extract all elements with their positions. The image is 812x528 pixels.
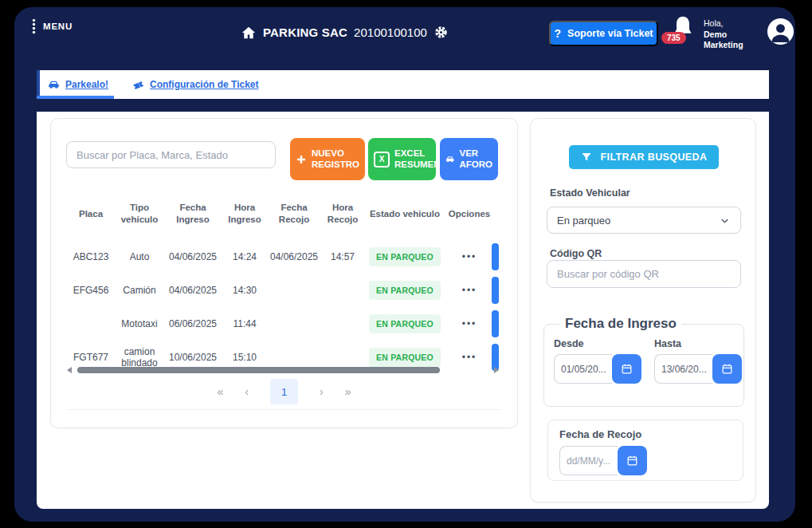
pagination-page-1[interactable]: 1 [270, 379, 298, 404]
estado-vehicular-value: En parqueo [557, 215, 610, 227]
fecha-recojo-group: Fecha de Recojo [547, 420, 743, 481]
greeting-line: Hola, [704, 18, 743, 30]
filtrar-busqueda-button[interactable]: FILTRAR BUSQUEDA [569, 145, 719, 169]
table-row: EFG456 Camión 04/06/2025 14:30 EN PARQUE… [51, 274, 517, 307]
cell-hora-ingreso: 14:24 [222, 251, 268, 262]
scroll-right-arrow-icon[interactable] [494, 367, 499, 373]
nuevo-registro-button[interactable]: NUEVO REGISTRO [290, 138, 365, 180]
table-body: ABC123 Auto 04/06/2025 14:24 04/06/2025 … [51, 240, 517, 374]
calendar-icon [626, 455, 638, 467]
user-name-line1: Demo [704, 30, 743, 41]
app-window: MENU PARKING SAC 20100100100 ? Soporte v… [14, 7, 795, 522]
table-footer-divider [67, 409, 501, 410]
ticket-icon [132, 80, 144, 90]
pagination-prev-button[interactable]: ‹ [245, 385, 249, 398]
cell-tipo: camion blindado [115, 346, 164, 368]
desde-date-input[interactable] [554, 354, 612, 384]
table-header: Placa Tipo vehiculo Fecha Ingreso Hora I… [51, 202, 517, 226]
notifications-button[interactable]: 735 [671, 15, 708, 52]
user-name-line2: Marketing [704, 40, 743, 51]
excel-icon: X [374, 152, 390, 167]
support-ticket-label: Soporte vía Ticket [567, 28, 653, 39]
search-input[interactable] [66, 141, 276, 168]
brand-name: PARKING SAC [263, 26, 347, 39]
cell-placa: ABC123 [67, 251, 115, 262]
col-fecha-recojo: Fecha Recojo [268, 202, 320, 226]
support-ticket-button[interactable]: ? Soporte vía Ticket [549, 21, 658, 46]
filter-panel: FILTRAR BUSQUEDA Estado Vehicular En par… [530, 118, 756, 502]
row-options-button[interactable]: ••• [445, 352, 494, 363]
gear-icon[interactable] [433, 25, 449, 40]
row-action-bar[interactable] [492, 310, 499, 337]
col-placa: Placa [67, 208, 115, 220]
plus-icon [296, 151, 307, 168]
col-hora-recojo: Hora Recojo [320, 202, 365, 226]
cell-hora-ingreso: 11:44 [222, 318, 268, 329]
notification-count-badge: 735 [661, 32, 686, 44]
status-badge: EN PARQUEO [369, 281, 441, 300]
cell-hora-recojo: 14:57 [320, 251, 365, 262]
horizontal-scrollbar [67, 366, 499, 374]
menu-label: MENU [43, 22, 73, 31]
fecha-ingreso-legend: Fecha de Ingreso [560, 316, 681, 332]
scroll-left-arrow-icon[interactable] [67, 367, 72, 373]
pagination-next-button[interactable]: › [320, 385, 324, 398]
row-options-button[interactable]: ••• [445, 318, 494, 329]
recojo-calendar-button[interactable] [618, 446, 647, 475]
desde-label: Desde [554, 338, 641, 349]
codigo-qr-label: Código QR [550, 248, 602, 259]
excel-resumen-button[interactable]: X EXCEL RESUMEN [368, 138, 436, 180]
tab-parkealo-label: Parkealo! [65, 79, 108, 90]
col-fecha-ingreso: Fecha Ingreso [164, 202, 222, 226]
ver-aforo-line1: VER [459, 148, 478, 158]
filter-funnel-icon [581, 152, 592, 163]
recojo-date-input[interactable] [559, 446, 618, 475]
nuevo-registro-line1: NUEVO [312, 148, 344, 158]
desde-calendar-button[interactable] [612, 354, 641, 384]
hasta-date-input[interactable] [654, 354, 712, 384]
cell-fecha-recojo: 04/06/2025 [268, 251, 320, 262]
col-estado-vehiculo: Estado vehiculo [365, 208, 445, 220]
car-icon [445, 154, 454, 164]
fecha-ingreso-group: Fecha de Ingreso Desde [543, 316, 744, 407]
hasta-label: Hasta [654, 338, 742, 349]
home-icon [241, 26, 257, 40]
excel-resumen-line2: RESUMEN [394, 160, 436, 169]
col-hora-ingreso: Hora Ingreso [222, 202, 268, 226]
ver-aforo-button[interactable]: VER AFORO [440, 138, 498, 180]
tab-configuracion-ticket[interactable]: Configuración de Ticket [132, 79, 258, 90]
cell-tipo: Auto [115, 251, 164, 262]
chevron-down-icon [719, 215, 731, 227]
hasta-calendar-button[interactable] [712, 354, 742, 384]
col-tipo-vehiculo: Tipo vehiculo [115, 202, 164, 226]
cell-tipo: Camión [115, 285, 164, 296]
row-options-button[interactable]: ••• [445, 251, 494, 262]
fecha-recojo-label: Fecha de Recojo [559, 428, 743, 440]
calendar-icon [621, 363, 633, 375]
scrollbar-thumb[interactable] [77, 367, 440, 373]
row-options-button[interactable]: ••• [445, 285, 494, 296]
question-icon: ? [554, 27, 561, 40]
cell-placa: EFG456 [67, 285, 115, 296]
ver-aforo-line2: AFORO [459, 160, 492, 169]
avatar[interactable] [767, 18, 794, 49]
estado-vehicular-select[interactable]: En parqueo [547, 207, 741, 234]
row-action-bar[interactable] [492, 277, 499, 304]
estado-vehicular-label: Estado Vehicular [550, 187, 630, 199]
codigo-qr-input[interactable] [547, 260, 741, 288]
tab-parkealo[interactable]: Parkealo! [48, 79, 108, 90]
car-icon [48, 80, 60, 89]
row-action-bar[interactable] [492, 243, 499, 270]
tabstrip-accent [37, 70, 40, 99]
cell-fecha-ingreso: 06/06/2025 [164, 318, 222, 329]
vertical-dots-icon [32, 18, 36, 34]
cell-tipo: Mototaxi [115, 318, 164, 329]
col-opciones: Opciones [445, 208, 494, 220]
tab-bar: Parkealo! Configuración de Ticket [37, 70, 769, 99]
table-row: ABC123 Auto 04/06/2025 14:24 04/06/2025 … [51, 240, 517, 274]
pagination-last-button[interactable]: » [345, 385, 351, 398]
pagination-first-button[interactable]: « [218, 385, 224, 398]
tab-configuracion-label: Configuración de Ticket [150, 79, 258, 90]
brand-number: 20100100100 [354, 26, 427, 39]
menu-button[interactable]: MENU [32, 18, 73, 34]
